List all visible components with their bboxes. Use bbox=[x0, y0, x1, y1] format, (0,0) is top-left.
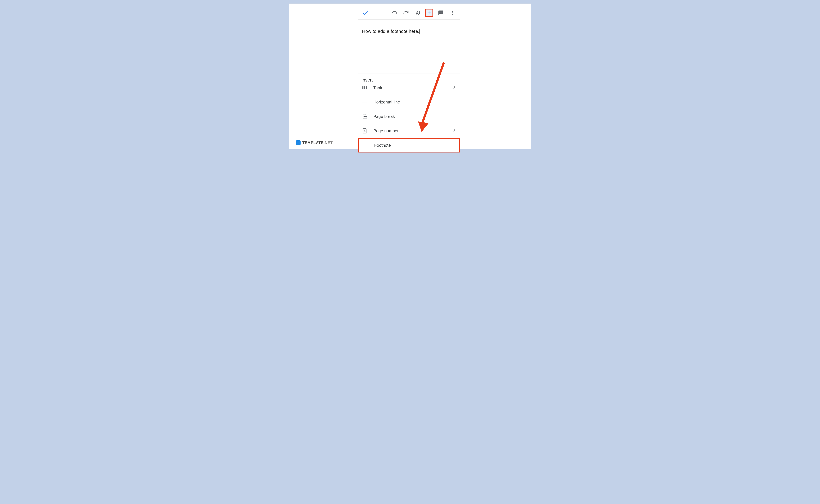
more-vert-icon bbox=[450, 10, 455, 15]
redo-button[interactable] bbox=[402, 9, 410, 17]
insert-plus-button[interactable] bbox=[425, 9, 433, 17]
undo-button[interactable] bbox=[390, 9, 399, 17]
watermark-brand: TEMPLATE bbox=[302, 141, 324, 145]
svg-rect-6 bbox=[362, 86, 363, 89]
svg-point-4 bbox=[452, 12, 453, 13]
text-format-button[interactable] bbox=[413, 9, 422, 17]
tutorial-frame: How to add a footnote here. Insert Table bbox=[289, 4, 531, 149]
text-cursor bbox=[419, 29, 420, 34]
menu-label-page-number: Page number bbox=[373, 128, 453, 133]
editor-toolbar bbox=[358, 6, 460, 19]
table-icon bbox=[361, 86, 368, 93]
document-body[interactable]: How to add a footnote here. bbox=[358, 19, 460, 38]
undo-icon bbox=[391, 10, 397, 16]
menu-label-table: Table bbox=[373, 85, 453, 90]
svg-rect-0 bbox=[419, 11, 420, 12]
svg-rect-8 bbox=[366, 86, 367, 89]
comment-icon bbox=[438, 10, 444, 16]
svg-rect-7 bbox=[364, 86, 365, 89]
page-number-icon: 1 bbox=[361, 127, 368, 135]
insert-panel-title: Insert bbox=[358, 73, 460, 86]
menu-label-page-break: Page break bbox=[373, 114, 455, 119]
svg-point-3 bbox=[452, 11, 453, 12]
menu-item-horizontal-line[interactable]: Horizontal line bbox=[358, 95, 460, 109]
chevron-right-icon bbox=[453, 85, 455, 90]
check-icon bbox=[362, 10, 368, 16]
mobile-docs-editor: How to add a footnote here. Insert Table bbox=[358, 6, 460, 147]
toolbar-left-group bbox=[361, 9, 385, 17]
more-button[interactable] bbox=[448, 9, 457, 17]
menu-item-table[interactable]: Table bbox=[358, 86, 460, 95]
insert-panel: Insert Table Horizontal line bbox=[358, 73, 460, 152]
watermark: T TEMPLATE.NET bbox=[296, 140, 333, 145]
svg-rect-2 bbox=[419, 13, 420, 14]
menu-item-footnote[interactable]: Footnote bbox=[358, 138, 460, 152]
document-text: How to add a footnote here. bbox=[362, 29, 419, 34]
plus-icon bbox=[427, 10, 432, 15]
svg-text:1: 1 bbox=[364, 130, 366, 132]
horizontal-line-icon bbox=[361, 98, 368, 106]
done-check-button[interactable] bbox=[361, 9, 369, 17]
svg-rect-9 bbox=[362, 102, 367, 102]
comment-button[interactable] bbox=[437, 9, 445, 17]
menu-item-page-break[interactable]: Page break bbox=[358, 109, 460, 124]
page-break-icon bbox=[361, 113, 368, 120]
menu-label-footnote: Footnote bbox=[374, 143, 455, 148]
menu-item-page-number[interactable]: 1 Page number bbox=[358, 124, 460, 138]
chevron-right-icon bbox=[453, 128, 455, 133]
watermark-suffix: .NET bbox=[324, 141, 333, 145]
redo-icon bbox=[403, 10, 409, 16]
svg-rect-1 bbox=[419, 12, 420, 13]
svg-point-5 bbox=[452, 14, 453, 15]
text-format-icon bbox=[415, 10, 421, 16]
watermark-logo: T bbox=[296, 140, 301, 145]
insert-menu-list: Table Horizontal line bbox=[358, 86, 460, 152]
menu-label-horizontal-line: Horizontal line bbox=[373, 100, 455, 105]
toolbar-right-group bbox=[390, 9, 457, 17]
